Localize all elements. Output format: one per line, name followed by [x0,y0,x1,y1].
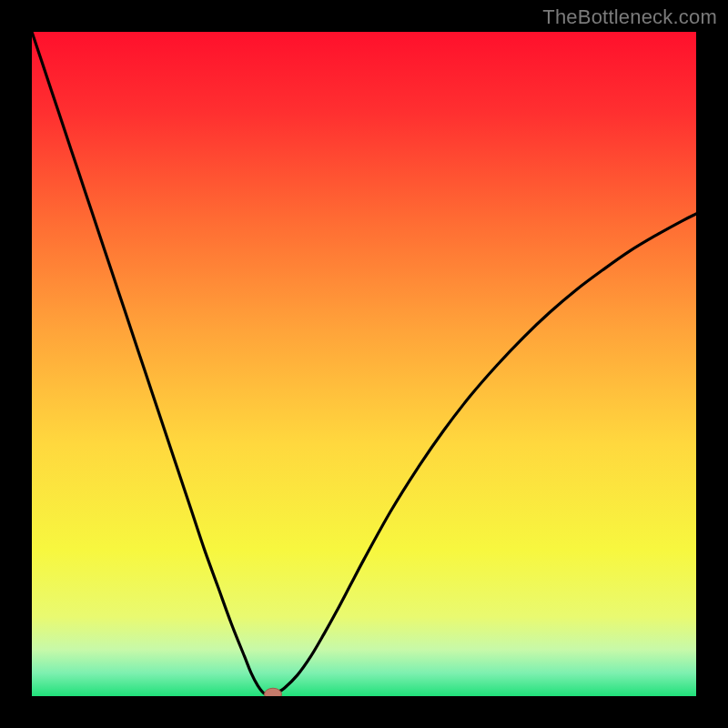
gradient-background [32,32,696,696]
watermark-text: TheBottleneck.com [542,5,717,29]
chart-frame: TheBottleneck.com [0,0,728,728]
plot-area [32,32,696,696]
plot-svg [32,32,696,696]
minimum-marker [265,688,282,696]
